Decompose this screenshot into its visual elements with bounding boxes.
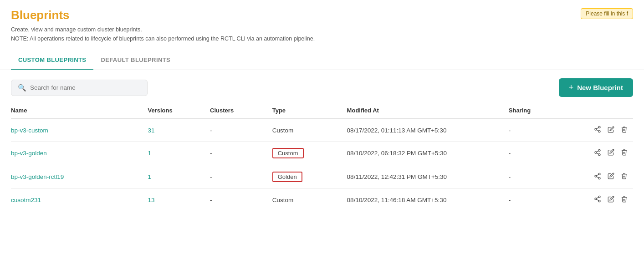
table-row: bp-v3-golden-rctl191-Golden08/11/2022, 1… [11,165,633,189]
blueprint-clusters: - [210,142,272,165]
blueprint-name-link[interactable]: cusotm231 [11,197,41,203]
share-button[interactable] [594,126,601,135]
share-button[interactable] [594,149,601,158]
blueprint-type: Custom [272,142,347,165]
blueprint-name-link[interactable]: bp-v3-golden-rctl19 [11,173,64,180]
blueprint-versions[interactable]: 1 [148,150,152,157]
top-bar: Blueprints Create, view and manage custo… [0,0,644,48]
svg-line-4 [597,127,599,129]
table-row: bp-v3-custom31-Custom08/17/2022, 01:11:1… [11,119,633,142]
page-header: Blueprints Create, view and manage custo… [11,8,315,43]
edit-button[interactable] [608,126,614,135]
search-box[interactable]: 🔍 [11,80,148,96]
blueprint-clusters: - [210,189,272,211]
svg-point-2 [598,131,600,132]
col-header-actions [571,102,633,119]
notice-badge: Please fill in this f [581,8,633,19]
edit-button[interactable] [608,149,614,157]
blueprint-actions [571,119,633,142]
new-blueprint-label: New Blueprint [577,84,623,91]
svg-line-9 [597,151,599,152]
blueprint-type: Custom [272,189,347,211]
table-row: bp-v3-golden1-Custom08/10/2022, 06:18:32… [11,142,633,165]
svg-point-10 [598,173,600,175]
svg-point-7 [598,153,600,155]
delete-button[interactable] [621,126,628,135]
tab-custom-blueprints[interactable]: CUSTOM BLUEPRINTS [11,51,93,70]
search-input[interactable] [30,84,141,91]
table-row: cusotm23113-Custom08/10/2022, 11:46:18 A… [11,189,633,211]
blueprint-actions [571,189,633,211]
blueprint-sharing: - [509,189,571,211]
blueprint-versions[interactable]: 13 [148,197,155,203]
blueprint-name-link[interactable]: bp-v3-custom [11,127,48,134]
blueprint-actions [571,142,633,165]
svg-point-5 [598,149,600,151]
col-header-name: Name [11,102,148,119]
blueprint-modified-at: 08/10/2022, 06:18:32 PM GMT+5:30 [347,142,509,165]
svg-point-6 [595,152,597,153]
svg-line-14 [597,174,599,176]
col-header-modified: Modified At [347,102,509,119]
search-icon: 🔍 [18,84,26,92]
delete-button[interactable] [621,149,628,157]
page-title: Blueprints [11,8,315,22]
col-header-sharing: Sharing [509,102,571,119]
col-header-clusters: Clusters [210,102,272,119]
col-header-type: Type [272,102,347,119]
blueprint-modified-at: 08/11/2022, 12:42:31 PM GMT+5:30 [347,165,509,189]
blueprint-actions [571,165,633,189]
blueprint-modified-at: 08/17/2022, 01:11:13 AM GMT+5:30 [347,119,509,142]
delete-button[interactable] [621,173,628,181]
share-button[interactable] [594,173,601,182]
desc-line1: Create, view and manage custom cluster b… [11,25,315,34]
blueprint-versions[interactable]: 31 [148,127,155,134]
blueprints-table: Name Versions Clusters Type Modified At … [11,102,633,211]
blueprint-versions[interactable]: 1 [148,173,152,180]
svg-point-15 [598,196,600,198]
tab-default-blueprints[interactable]: DEFAULT BLUEPRINTS [93,51,178,70]
svg-point-1 [595,128,597,130]
svg-point-12 [598,177,600,179]
col-header-versions: Versions [148,102,210,119]
edit-button[interactable] [608,196,614,204]
new-blueprint-button[interactable]: + New Blueprint [559,78,633,97]
blueprint-sharing: - [509,165,571,189]
blueprint-clusters: - [210,119,272,142]
blueprint-modified-at: 08/10/2022, 11:46:18 AM GMT+5:30 [347,189,509,211]
svg-line-19 [597,197,599,198]
svg-line-18 [597,199,599,201]
svg-line-3 [597,130,599,131]
svg-line-8 [597,153,599,154]
blueprint-sharing: - [509,119,571,142]
share-button[interactable] [594,195,601,204]
svg-point-11 [595,175,597,177]
tabs-bar: CUSTOM BLUEPRINTS DEFAULT BLUEPRINTS [0,51,644,70]
blueprint-clusters: - [210,165,272,189]
toolbar: 🔍 + New Blueprint [0,70,644,102]
desc-line2: NOTE: All operations related to lifecycl… [11,34,315,43]
svg-line-13 [597,177,599,178]
svg-point-17 [598,200,600,202]
blueprints-table-container: Name Versions Clusters Type Modified At … [0,102,644,211]
svg-point-16 [595,198,597,200]
page-description: Create, view and manage custom cluster b… [11,25,315,43]
svg-point-0 [598,126,600,128]
blueprint-name-link[interactable]: bp-v3-golden [11,150,47,157]
blueprint-type: Golden [272,165,347,189]
blueprint-type: Custom [272,119,347,142]
table-header-row: Name Versions Clusters Type Modified At … [11,102,633,119]
edit-button[interactable] [608,173,614,181]
delete-button[interactable] [621,196,628,204]
blueprint-sharing: - [509,142,571,165]
plus-icon: + [569,83,574,92]
